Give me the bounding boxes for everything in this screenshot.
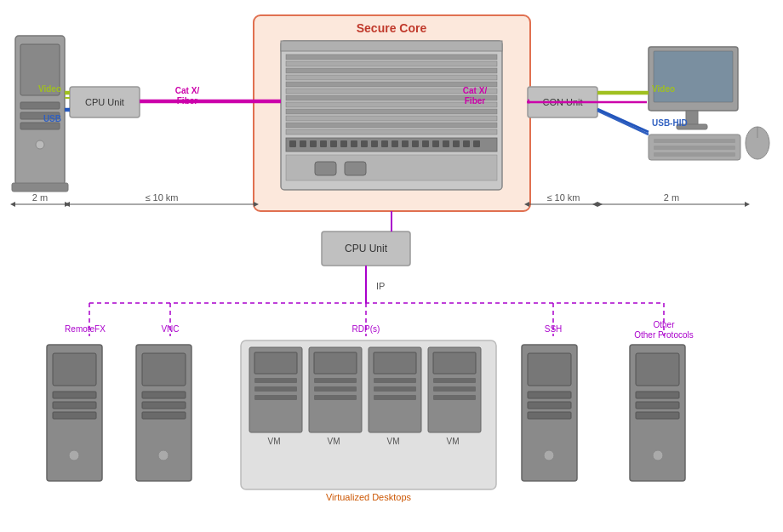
svg-rect-25 <box>392 140 398 147</box>
svg-rect-21 <box>351 140 357 147</box>
svg-rect-98 <box>53 412 96 419</box>
svg-rect-5 <box>286 75 497 80</box>
svg-rect-51 <box>654 152 735 157</box>
svg-rect-96 <box>53 392 96 398</box>
diagram: Secure Core <box>0 0 783 532</box>
svg-rect-123 <box>433 352 476 374</box>
dist-2m-left: 2 m <box>32 192 48 203</box>
svg-point-105 <box>158 450 169 460</box>
svg-rect-125 <box>433 386 476 392</box>
svg-rect-46 <box>686 111 698 124</box>
ssh-label: SSH <box>545 324 563 334</box>
svg-rect-23 <box>371 140 378 147</box>
svg-point-99 <box>69 450 79 460</box>
svg-rect-3 <box>286 61 497 66</box>
svg-rect-108 <box>254 352 297 374</box>
svg-rect-19 <box>330 140 337 147</box>
ip-label: IP <box>376 281 385 291</box>
svg-text:Fiber: Fiber <box>465 96 486 106</box>
svg-rect-27 <box>412 140 419 147</box>
svg-rect-18 <box>320 140 327 147</box>
svg-rect-97 <box>53 402 96 409</box>
svg-rect-16 <box>300 140 306 147</box>
svg-line-145 <box>597 109 649 132</box>
vm3-label: VM <box>387 437 400 446</box>
svg-rect-11 <box>286 116 497 121</box>
svg-rect-102 <box>142 392 186 398</box>
svg-rect-35 <box>315 162 336 175</box>
svg-rect-17 <box>310 140 317 147</box>
svg-rect-128 <box>528 353 571 386</box>
svg-rect-24 <box>381 140 388 147</box>
secure-core-label: Secure Core <box>357 21 427 35</box>
svg-rect-101 <box>142 353 186 386</box>
cpu-unit-center-label: CPU Unit <box>345 243 388 255</box>
svg-rect-129 <box>528 392 571 398</box>
svg-rect-104 <box>142 412 186 419</box>
svg-rect-43 <box>12 183 68 192</box>
svg-rect-134 <box>636 353 679 386</box>
svg-rect-13 <box>286 129 497 134</box>
svg-rect-36 <box>345 162 366 175</box>
svg-rect-30 <box>443 140 449 147</box>
dist-10km-right: ≤ 10 km <box>546 192 580 203</box>
svg-rect-120 <box>374 386 416 392</box>
dist-2m-right: 2 m <box>664 192 679 203</box>
svg-rect-103 <box>142 402 186 409</box>
svg-rect-126 <box>433 395 476 400</box>
svg-rect-119 <box>374 378 416 383</box>
svg-rect-31 <box>453 140 460 147</box>
left-video-label: Video <box>38 84 61 94</box>
svg-rect-12 <box>286 123 497 128</box>
svg-marker-73 <box>10 202 15 207</box>
svg-rect-118 <box>374 352 416 374</box>
svg-rect-45 <box>654 51 733 102</box>
svg-rect-111 <box>254 395 297 400</box>
vm4-label: VM <box>447 437 460 446</box>
svg-rect-22 <box>361 140 368 147</box>
svg-marker-82 <box>592 202 597 207</box>
svg-rect-109 <box>254 378 297 383</box>
vm1-label: VM <box>268 437 281 446</box>
svg-rect-110 <box>254 386 297 392</box>
vnc-label: VNC <box>161 324 179 334</box>
svg-rect-116 <box>314 395 357 400</box>
svg-rect-29 <box>432 140 439 147</box>
svg-rect-2 <box>286 54 497 60</box>
svg-rect-95 <box>53 353 96 386</box>
other-label: Other <box>653 320 675 329</box>
svg-rect-114 <box>314 378 357 383</box>
right-video-label: Video <box>652 84 675 94</box>
svg-rect-121 <box>374 395 416 400</box>
svg-rect-26 <box>402 140 409 147</box>
svg-point-138 <box>653 450 663 460</box>
svg-line-67 <box>597 111 649 134</box>
left-fiber-label: Cat X/ <box>175 86 200 95</box>
svg-rect-10 <box>286 109 497 114</box>
cpu-unit-left-label: CPU Unit <box>85 97 124 107</box>
right-fiber-label: Cat X/ <box>463 86 488 95</box>
svg-rect-39 <box>20 102 60 109</box>
right-usb-label: USB-HID <box>652 118 688 128</box>
svg-rect-4 <box>286 68 497 73</box>
svg-rect-15 <box>289 140 296 147</box>
svg-point-132 <box>544 450 554 460</box>
dist-10km-left: ≤ 10 km <box>145 192 178 203</box>
svg-rect-1 <box>281 41 502 51</box>
svg-point-42 <box>36 140 44 149</box>
svg-rect-49 <box>654 139 735 143</box>
vm2-label: VM <box>328 437 340 446</box>
remotefx-label: RemoteFX <box>65 324 106 334</box>
svg-rect-50 <box>654 146 735 150</box>
svg-rect-131 <box>528 412 571 419</box>
rdp-label: RDP(s) <box>352 324 380 334</box>
svg-rect-115 <box>314 386 357 392</box>
svg-rect-28 <box>422 140 429 147</box>
svg-rect-124 <box>433 378 476 383</box>
svg-rect-113 <box>314 352 357 374</box>
svg-rect-32 <box>463 140 470 147</box>
svg-rect-41 <box>20 123 60 129</box>
svg-text:Other Protocols: Other Protocols <box>634 330 693 340</box>
svg-rect-136 <box>636 402 679 409</box>
left-usb-label: USB <box>43 114 61 123</box>
